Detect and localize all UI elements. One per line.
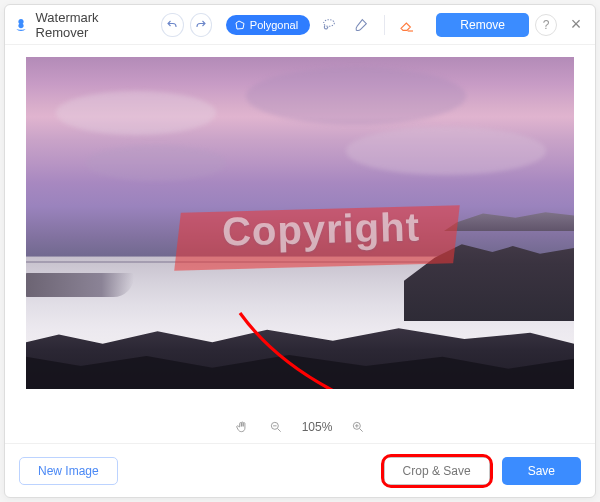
hand-icon xyxy=(235,420,249,434)
polygonal-tool-label: Polygonal xyxy=(250,19,298,31)
pan-tool-button[interactable] xyxy=(234,419,250,435)
new-image-button[interactable]: New Image xyxy=(19,457,118,485)
sky-decor xyxy=(86,145,226,181)
crop-save-button[interactable]: Crop & Save xyxy=(384,457,490,485)
zoom-bar: 105% xyxy=(5,411,595,443)
eraser-tool-button[interactable] xyxy=(395,13,421,37)
app-window: Watermark Remover Polygonal Remove ? × xyxy=(4,4,596,498)
canvas-area: Copyright xyxy=(5,45,595,411)
redo-button[interactable] xyxy=(190,13,212,37)
app-logo-icon xyxy=(13,16,30,34)
undo-button[interactable] xyxy=(161,13,183,37)
land-decor xyxy=(26,273,134,297)
zoom-value: 105% xyxy=(302,420,333,434)
undo-icon xyxy=(166,19,178,31)
footer-right: Crop & Save Save xyxy=(384,457,581,485)
sky-decor xyxy=(56,91,216,135)
polygonal-tool-button[interactable]: Polygonal xyxy=(226,15,310,35)
crop-save-label: Crop & Save xyxy=(403,464,471,478)
help-button[interactable]: ? xyxy=(535,14,557,36)
lasso-tool-button[interactable] xyxy=(316,13,342,37)
sky-decor xyxy=(246,67,466,125)
footer: New Image Crop & Save Save xyxy=(5,443,595,497)
cliff-decor xyxy=(444,209,574,231)
eraser-icon xyxy=(398,17,416,33)
toolbar-separator xyxy=(384,15,385,35)
zoom-out-icon xyxy=(269,420,283,434)
zoom-out-button[interactable] xyxy=(268,419,284,435)
remove-button[interactable]: Remove xyxy=(436,13,529,37)
svg-point-0 xyxy=(324,19,335,26)
save-button[interactable]: Save xyxy=(502,457,581,485)
lasso-icon xyxy=(320,17,338,33)
brush-icon xyxy=(353,17,369,33)
polygonal-icon xyxy=(234,19,246,31)
zoom-in-button[interactable] xyxy=(350,419,366,435)
app-title: Watermark Remover xyxy=(36,10,146,40)
sky-decor xyxy=(346,127,546,175)
watermark-text: Copyright xyxy=(185,203,456,255)
toolbar: Watermark Remover Polygonal Remove ? × xyxy=(5,5,595,45)
brush-tool-button[interactable] xyxy=(348,13,374,37)
window-controls: ? × xyxy=(535,14,587,36)
close-button[interactable]: × xyxy=(565,14,587,36)
image-preview[interactable]: Copyright xyxy=(26,57,574,389)
zoom-in-icon xyxy=(351,420,365,434)
redo-icon xyxy=(195,19,207,31)
